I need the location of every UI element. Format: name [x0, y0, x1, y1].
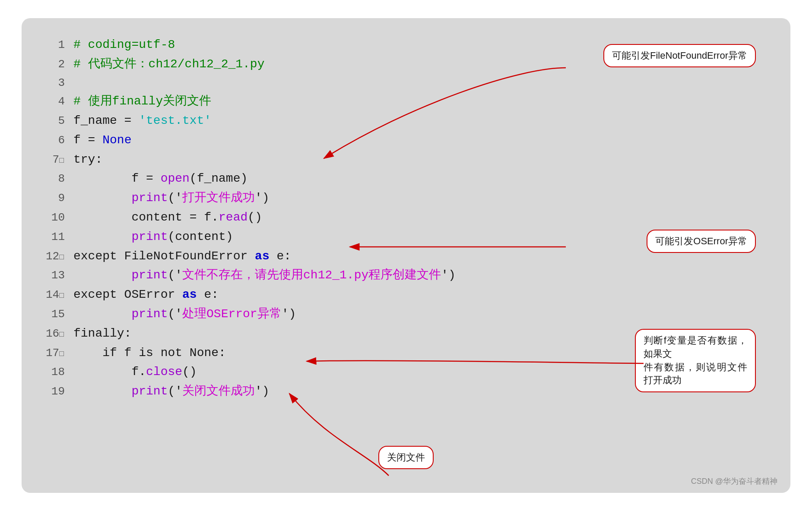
annotation-box-3: 判断f变量是否有数据，如果文 件有数据，则说明文件打开成功	[635, 329, 756, 392]
code-line-14: 14□ except OSError as e:	[39, 285, 773, 305]
code-line-6: 6 f = None	[39, 131, 773, 150]
annotation-box-4: 关闭文件	[378, 446, 434, 469]
code-line-5: 5 f_name = 'test.txt'	[39, 111, 773, 131]
annotation-box-2: 可能引发OSError异常	[647, 230, 756, 253]
code-line-4: 4 # 使用finally关闭文件	[39, 92, 773, 111]
code-line-3: 3	[39, 74, 773, 92]
code-line-13: 13 print('文件不存在，请先使用ch12_1.py程序创建文件')	[39, 266, 773, 285]
code-line-8: 8 f = open(f_name)	[39, 169, 773, 189]
code-line-10: 10 content = f.read()	[39, 208, 773, 227]
main-container: 1 # coding=utf-8 2 # 代码文件：ch12/ch12_2_1.…	[22, 18, 790, 493]
code-line-9: 9 print('打开文件成功')	[39, 189, 773, 208]
code-line-7: 7□ try:	[39, 150, 773, 170]
code-line-15: 15 print('处理OSError异常')	[39, 305, 773, 324]
watermark: CSDN @华为奋斗者精神	[691, 476, 777, 486]
annotation-box-1: 可能引发FileNotFoundError异常	[603, 44, 756, 67]
